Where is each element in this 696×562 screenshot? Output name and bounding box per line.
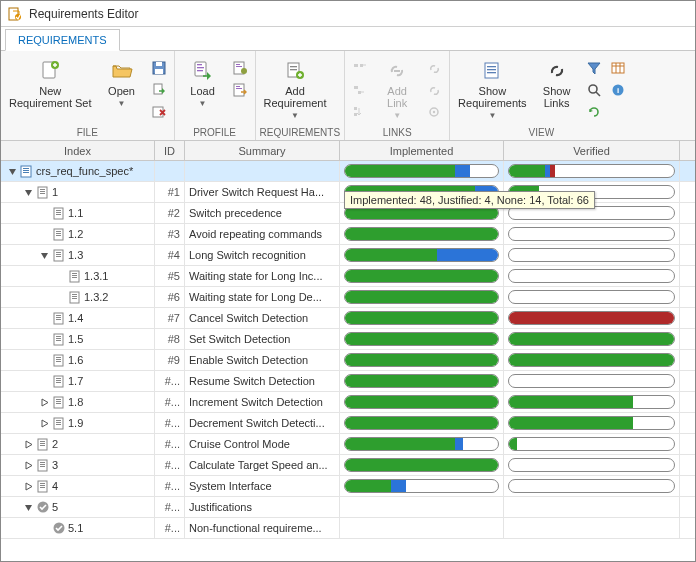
table-row[interactable]: 1.3#4Long Switch recognition: [1, 245, 695, 266]
table-row[interactable]: 1.7#...Resume Switch Detection: [1, 371, 695, 392]
verified-cell: [504, 329, 680, 349]
expander-icon[interactable]: [39, 397, 50, 408]
table-row[interactable]: 1.5#8Set Switch Detection: [1, 329, 695, 350]
close-button[interactable]: [148, 101, 170, 123]
table-row[interactable]: 1.3.1#5Waiting state for Long Inc...: [1, 266, 695, 287]
window-title: Requirements Editor: [29, 7, 138, 21]
ribbon-group-file: NewRequirement Set Open ▼: [1, 51, 175, 140]
refresh-button[interactable]: [583, 101, 605, 123]
id-cell: #3: [155, 224, 185, 244]
link-out-button: [423, 57, 445, 79]
verified-cell: [504, 308, 680, 328]
col-summary[interactable]: Summary: [185, 141, 340, 160]
verified-cell: [504, 245, 680, 265]
id-cell: #...: [155, 476, 185, 496]
progress-bar: [344, 374, 499, 388]
load-label: Load: [190, 85, 214, 97]
col-index[interactable]: Index: [1, 141, 155, 160]
expander-icon[interactable]: [23, 187, 34, 198]
import-button[interactable]: [148, 79, 170, 101]
new-requirement-set-button[interactable]: NewRequirement Set: [5, 57, 96, 111]
verified-cell: [504, 413, 680, 433]
expander-icon[interactable]: [23, 502, 34, 513]
implemented-cell: [340, 497, 504, 517]
index-text: crs_req_func_spec*: [36, 165, 133, 177]
svg-rect-18: [236, 86, 240, 87]
summary-cell: Switch precedence: [185, 203, 340, 223]
table-row[interactable]: crs_req_func_spec*: [1, 161, 695, 182]
load-profile-icon: [191, 59, 215, 83]
load-button[interactable]: Load ▼: [179, 57, 227, 110]
req-icon: [52, 248, 66, 262]
svg-rect-53: [56, 212, 61, 213]
implemented-cell: [340, 455, 504, 475]
table-row[interactable]: 1.2#3Avoid repeating commands: [1, 224, 695, 245]
svg-rect-103: [38, 481, 47, 492]
progress-bar: [508, 227, 675, 241]
progress-bar: [508, 332, 675, 346]
open-button[interactable]: Open ▼: [98, 57, 146, 110]
table-row[interactable]: 1.8#...Increment Switch Detection: [1, 392, 695, 413]
table-row[interactable]: 4#...System Interface: [1, 476, 695, 497]
svg-text:i: i: [616, 86, 618, 95]
col-verified[interactable]: Verified: [504, 141, 680, 160]
svg-rect-93: [56, 422, 61, 423]
index-text: 1.7: [68, 375, 83, 387]
svg-rect-34: [487, 69, 496, 70]
table-row[interactable]: 1.4#7Cancel Switch Detection: [1, 308, 695, 329]
implemented-cell: [340, 476, 504, 496]
id-cell: #6: [155, 287, 185, 307]
expander-icon: [39, 208, 50, 219]
add-requirement-button[interactable]: AddRequirement ▼: [260, 57, 331, 122]
implemented-cell: [340, 287, 504, 307]
profile-editor-button[interactable]: [229, 57, 251, 79]
verified-cell: [504, 455, 680, 475]
id-cell: [155, 161, 185, 181]
expander-icon[interactable]: [23, 481, 34, 492]
progress-bar: [508, 353, 675, 367]
tab-requirements[interactable]: REQUIREMENTS: [5, 29, 120, 51]
table-row[interactable]: 1.9#...Decrement Switch Detecti...: [1, 413, 695, 434]
table-row[interactable]: 5.1#...Non-functional requireme...: [1, 518, 695, 539]
show-links-button[interactable]: ShowLinks: [533, 57, 581, 111]
expander-icon[interactable]: [7, 166, 18, 177]
info-button[interactable]: i: [607, 79, 629, 101]
progress-bar: [508, 458, 675, 472]
svg-rect-95: [38, 439, 47, 450]
filter-button[interactable]: [583, 57, 605, 79]
table-row[interactable]: 1.3.2#6Waiting state for Long De...: [1, 287, 695, 308]
table-body[interactable]: crs_req_func_spec*1#1Driver Switch Reque…: [1, 161, 695, 561]
expander-icon[interactable]: [23, 439, 34, 450]
svg-rect-46: [23, 172, 29, 173]
index-text: 1: [52, 186, 58, 198]
profile-export-button[interactable]: [229, 79, 251, 101]
svg-rect-83: [54, 376, 63, 387]
search-button[interactable]: [583, 79, 605, 101]
req-icon: [52, 311, 66, 325]
req-icon: [52, 416, 66, 430]
svg-rect-74: [56, 319, 61, 320]
summary-cell: Driver Switch Request Ha...: [185, 182, 340, 202]
table-row[interactable]: 2#...Cruise Control Mode: [1, 434, 695, 455]
expander-icon[interactable]: [39, 250, 50, 261]
col-id[interactable]: ID: [155, 141, 185, 160]
req-icon: [68, 269, 82, 283]
svg-rect-44: [23, 168, 29, 169]
progress-bar: [508, 395, 675, 409]
summary-cell: Waiting state for Long Inc...: [185, 266, 340, 286]
chevron-down-icon: ▼: [199, 99, 207, 108]
svg-rect-78: [56, 340, 61, 341]
verified-cell: [504, 497, 680, 517]
table-row[interactable]: 1.6#9Enable Switch Detection: [1, 350, 695, 371]
expander-icon[interactable]: [39, 418, 50, 429]
show-requirements-button[interactable]: ShowRequirements ▼: [454, 57, 530, 122]
save-button[interactable]: [148, 57, 170, 79]
table-row[interactable]: 3#...Calculate Target Speed an...: [1, 455, 695, 476]
svg-rect-17: [234, 84, 244, 96]
verified-cell: [504, 518, 680, 538]
implemented-cell: [340, 329, 504, 349]
table-row[interactable]: 5#...Justifications: [1, 497, 695, 518]
col-implemented[interactable]: Implemented: [340, 141, 504, 160]
expander-icon[interactable]: [23, 460, 34, 471]
columns-button[interactable]: [607, 57, 629, 79]
